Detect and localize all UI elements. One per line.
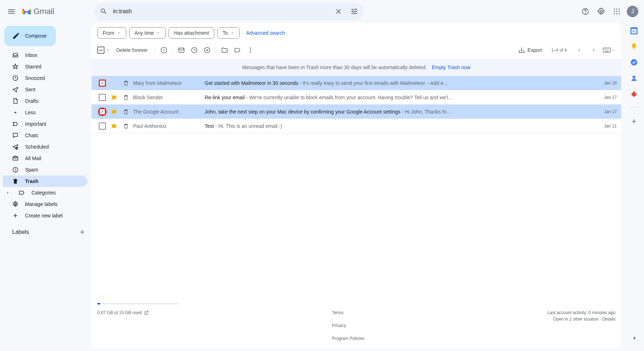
spam-icon: [12, 167, 19, 173]
sidebar-item-less[interactable]: Less: [3, 107, 87, 118]
plus-icon: [12, 212, 19, 219]
calendar-app[interactable]: 31: [630, 27, 638, 34]
star-button[interactable]: [111, 123, 118, 129]
add-label-button[interactable]: [77, 227, 87, 237]
sent-icon: [12, 86, 19, 93]
svg-point-16: [15, 171, 16, 171]
toolbar-right: Export 1–4 of 4: [518, 44, 615, 57]
chevron-down-icon[interactable]: [106, 48, 110, 53]
external-link-icon[interactable]: [144, 310, 149, 315]
sidebar-item-manage-labels[interactable]: Manage labels: [3, 198, 87, 210]
header: Gmail J: [0, 0, 644, 23]
sidebar-item-create-new-label[interactable]: Create new label: [3, 210, 87, 221]
mail-row[interactable]: Mary from MailmeteorGet started with Mai…: [92, 76, 621, 90]
search-options-button[interactable]: [346, 4, 362, 19]
sidebar-item-scheduled[interactable]: Scheduled: [3, 141, 87, 153]
delete-forever-button[interactable]: Delete forever: [111, 47, 153, 53]
sidebar-item-snoozed[interactable]: Snoozed: [3, 72, 87, 84]
filter-anytime[interactable]: Any time: [129, 27, 166, 39]
add-task-button[interactable]: [201, 44, 214, 57]
side-panel-toggle[interactable]: [628, 331, 642, 345]
main-menu-button[interactable]: [3, 3, 20, 20]
mail-row[interactable]: Block SenderRe-link your email - We're c…: [92, 90, 621, 105]
sidebar-item-categories[interactable]: Categories: [3, 187, 87, 198]
support-button[interactable]: [578, 4, 592, 19]
gmail-logo[interactable]: Gmail: [21, 7, 54, 16]
next-page-button[interactable]: [587, 44, 600, 57]
mail-row[interactable]: The Google Account .John, take the next …: [92, 105, 621, 119]
snooze-button[interactable]: [188, 44, 201, 57]
sidebar-item-spam[interactable]: Spam: [3, 164, 87, 176]
chevron-down-icon: [611, 48, 615, 52]
star-button[interactable]: [111, 109, 118, 115]
star-button[interactable]: [111, 80, 118, 86]
empty-trash-button[interactable]: Empty Trash now: [432, 64, 470, 70]
sidebar-item-starred[interactable]: Starred: [3, 61, 87, 72]
separator: [630, 107, 638, 108]
gmail-icon: [21, 8, 31, 15]
export-button[interactable]: Export: [518, 47, 545, 54]
select-all[interactable]: [97, 47, 111, 54]
row-checkbox[interactable]: [99, 94, 106, 101]
mail-row[interactable]: Paul AnthoniozTest - Hi. This is an unre…: [92, 119, 621, 133]
input-tools-button[interactable]: [602, 44, 615, 57]
report-spam-button[interactable]: [157, 44, 170, 57]
chevron-right-icon: [6, 191, 10, 195]
contacts-app[interactable]: [630, 74, 638, 82]
separator: [155, 47, 155, 54]
account-avatar[interactable]: J: [627, 6, 638, 17]
tasks-app[interactable]: [630, 59, 638, 66]
filter-hasattachment[interactable]: Has attachment: [169, 27, 214, 39]
details-link[interactable]: Details: [602, 317, 615, 322]
labels-button[interactable]: [231, 44, 244, 57]
nav-label: Create new label: [25, 213, 63, 218]
filter-from[interactable]: From: [97, 27, 126, 39]
settings-button[interactable]: [594, 4, 608, 19]
select-all-checkbox[interactable]: [97, 47, 104, 54]
filter-to[interactable]: To: [217, 27, 240, 39]
apps-grid-icon: [613, 8, 620, 15]
prev-page-button[interactable]: [572, 44, 585, 57]
svg-rect-29: [605, 49, 606, 49]
keep-app[interactable]: [630, 43, 638, 50]
sidebar-item-inbox[interactable]: Inbox: [3, 49, 87, 61]
close-icon: [335, 8, 342, 15]
policies-link[interactable]: Program Policies: [332, 336, 365, 341]
sidebar-item-trash[interactable]: Trash: [3, 176, 87, 187]
row-checkbox[interactable]: [99, 108, 106, 115]
mark-unread-button[interactable]: [175, 44, 188, 57]
svg-point-24: [250, 47, 251, 48]
search-input[interactable]: [112, 8, 331, 15]
sidebar-item-sent[interactable]: Sent: [3, 84, 87, 95]
move-to-button[interactable]: [218, 44, 231, 57]
star-icon: [12, 63, 19, 70]
svg-point-11: [619, 13, 620, 14]
sidebar-item-important[interactable]: Important: [3, 118, 87, 130]
privacy-link[interactable]: Privacy: [332, 323, 365, 328]
contacts-icon: [630, 74, 638, 82]
svg-text:31: 31: [632, 29, 636, 33]
sidebar-item-drafts[interactable]: Drafts: [3, 95, 87, 107]
get-addons[interactable]: [630, 118, 638, 125]
row-checkbox[interactable]: [99, 80, 106, 87]
row-checkbox[interactable]: [99, 122, 106, 130]
advanced-search-link[interactable]: Advanced search: [246, 30, 285, 36]
search-button[interactable]: [96, 4, 112, 19]
toolbar-left: Delete forever: [97, 44, 257, 57]
addon-app[interactable]: [630, 90, 638, 97]
sidebar-item-all-mail[interactable]: All Mail: [3, 153, 87, 164]
star-button[interactable]: [111, 94, 118, 101]
google-apps-button[interactable]: [610, 4, 624, 19]
more-button[interactable]: [244, 44, 257, 57]
nav-label: Snoozed: [25, 75, 45, 81]
search-clear-button[interactable]: [331, 4, 346, 19]
compose-button[interactable]: Compose: [4, 26, 56, 46]
svg-point-25: [250, 49, 251, 51]
sender: Mary from Mailmeteor: [133, 80, 205, 86]
sidebar-item-chats[interactable]: Chats: [3, 130, 87, 141]
svg-point-4: [616, 9, 617, 10]
chat-icon: [12, 132, 19, 139]
terms-link[interactable]: Terms: [332, 310, 365, 315]
sender: The Google Account .: [133, 109, 205, 115]
footer-right: Last account activity: 0 minutes ago Ope…: [547, 310, 615, 341]
